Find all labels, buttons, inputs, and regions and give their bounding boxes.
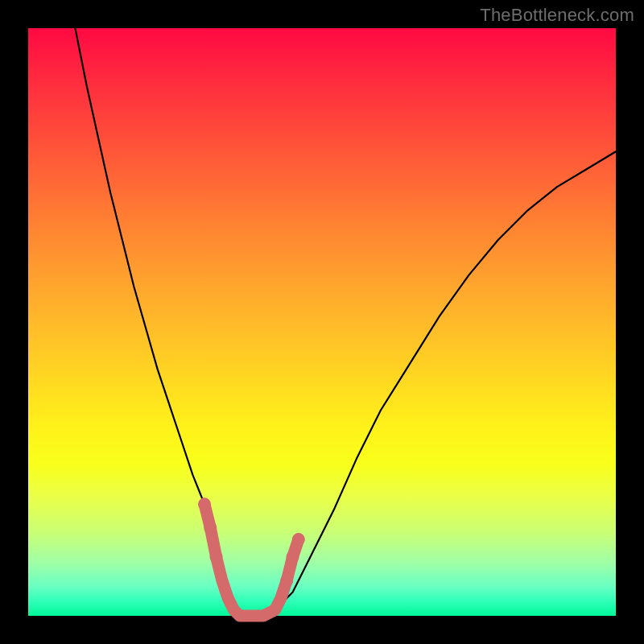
curve-svg (28, 28, 616, 616)
highlight-dot (210, 551, 223, 564)
highlight-dot (198, 497, 211, 510)
chart-frame: TheBottleneck.com (0, 0, 644, 644)
highlight-dot (287, 551, 299, 564)
highlight-dot (204, 522, 217, 535)
attribution-text: TheBottleneck.com (480, 5, 634, 26)
highlight-dot (280, 574, 293, 587)
highlight-dot (292, 533, 305, 546)
main-curve (75, 28, 616, 616)
plot-area (28, 28, 616, 616)
